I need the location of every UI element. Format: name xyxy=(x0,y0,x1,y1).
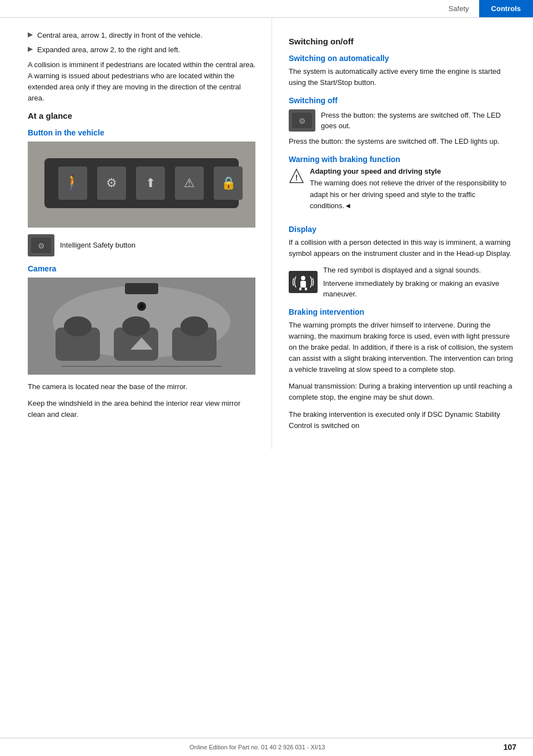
header-safety-tab: Safety xyxy=(439,0,479,17)
svg-point-32 xyxy=(301,276,305,280)
svg-text:⚙: ⚙ xyxy=(299,117,306,125)
svg-text:⬆: ⬆ xyxy=(145,176,155,190)
warning-triangle-icon: ! xyxy=(289,168,304,184)
svg-rect-22 xyxy=(125,283,158,294)
svg-rect-33 xyxy=(300,281,306,288)
display-icon-body1: The red symbol is displayed and a signal… xyxy=(323,265,516,276)
camera-body-text-2: Keep the windshield in the area behind t… xyxy=(28,398,256,420)
right-column: Switching on/off Switching on automatica… xyxy=(272,18,533,449)
display-body: If a collision with a person detected in… xyxy=(289,237,516,259)
svg-text:🚶: 🚶 xyxy=(64,173,82,191)
svg-point-20 xyxy=(122,316,150,336)
warning-box: ! Adapting your speed and driving style … xyxy=(289,167,516,216)
header-controls-tab: Controls xyxy=(479,0,533,17)
braking-body1: The warning prompts the driver himself t… xyxy=(289,320,516,376)
warning-heading: Warning with braking function xyxy=(289,155,516,164)
switching-off-body2: Press the button: the systems are switch… xyxy=(289,136,516,147)
svg-text:⚠: ⚠ xyxy=(184,176,195,190)
bullet-text-1: Central area, arrow 1, directly in front… xyxy=(37,30,203,41)
footer-text: Online Edition for Part no. 01 40 2 926 … xyxy=(17,744,498,750)
camera-image xyxy=(28,278,255,375)
page-header: Safety Controls xyxy=(0,0,533,18)
svg-rect-35 xyxy=(305,288,307,290)
switching-off-heading: Switching off xyxy=(289,96,516,105)
display-icon-row: The red symbol is displayed and a signal… xyxy=(289,265,516,300)
switching-off-body1: Press the button: the systems are switch… xyxy=(321,110,516,132)
bullet-arrow-1: ▶ xyxy=(28,31,33,38)
svg-text:⚙: ⚙ xyxy=(106,176,117,190)
main-container: ▶ Central area, arrow 1, directly in fro… xyxy=(0,18,533,449)
switching-on-auto-heading: Switching on automatically xyxy=(289,54,516,63)
switching-off-icon-row: ⚙ Press the button: the systems are swit… xyxy=(289,109,516,132)
svg-text:!: ! xyxy=(295,173,298,182)
svg-text:🔒: 🔒 xyxy=(221,175,237,190)
camera-heading: Camera xyxy=(28,264,256,273)
body-text-1: A collision is imminent if pedestrians a… xyxy=(28,59,256,104)
bullet-text-2: Expanded area, arrow 2, to the right and… xyxy=(37,44,180,56)
at-a-glance-heading: At a glance xyxy=(28,111,256,120)
intelligent-safety-icon-box: ⚙ xyxy=(28,234,54,256)
person-icon-box xyxy=(289,271,318,293)
intelligent-safety-row: ⚙ Intelligent Safety button xyxy=(28,234,256,256)
left-column: ▶ Central area, arrow 1, directly in fro… xyxy=(0,18,272,449)
vehicle-button-image: 🚶 ⚙ ⬆ ⚠ 🔒 xyxy=(28,142,255,228)
bullet-item-1: ▶ Central area, arrow 1, directly in fro… xyxy=(28,30,256,41)
switching-off-icon-box: ⚙ xyxy=(289,109,315,132)
svg-point-24 xyxy=(139,304,144,309)
svg-text:⚙: ⚙ xyxy=(38,241,45,250)
camera-body-text-1: The camera is located near the base of t… xyxy=(28,381,256,392)
button-in-vehicle-heading: Button in the vehicle xyxy=(28,128,256,137)
braking-body2: Manual transmission: During a braking in… xyxy=(289,381,516,403)
footer-page-number: 107 xyxy=(504,743,516,752)
svg-point-19 xyxy=(64,316,92,336)
display-heading: Display xyxy=(289,225,516,234)
switching-on-body: The system is automatically active every… xyxy=(289,66,516,88)
svg-point-21 xyxy=(180,316,208,336)
warning-body: The warning does not relieve the driver … xyxy=(310,178,516,211)
controls-label: Controls xyxy=(491,4,521,13)
braking-heading: Braking intervention xyxy=(289,308,516,316)
switching-on-off-heading: Switching on/off xyxy=(289,37,516,46)
page-footer: Online Edition for Part no. 01 40 2 926 … xyxy=(0,738,533,756)
safety-label: Safety xyxy=(449,4,469,13)
bullet-arrow-2: ▶ xyxy=(28,45,33,53)
braking-body3: The braking intervention is executed onl… xyxy=(289,409,516,431)
bullet-item-2: ▶ Expanded area, arrow 2, to the right a… xyxy=(28,44,256,56)
display-icon-body2: Intervene immediately by braking or maki… xyxy=(323,278,516,300)
intelligent-safety-label: Intelligent Safety button xyxy=(60,240,135,251)
svg-rect-34 xyxy=(299,288,301,290)
warning-bold-text: Adapting your speed and driving style xyxy=(310,167,516,175)
